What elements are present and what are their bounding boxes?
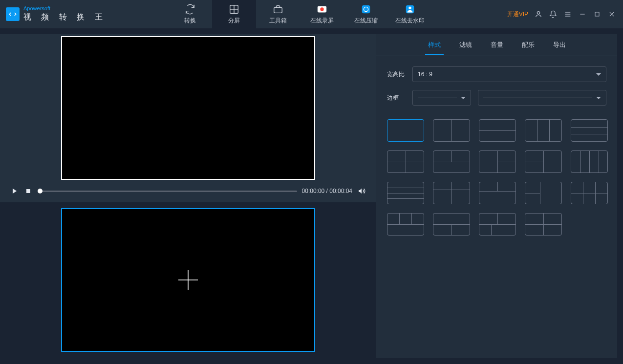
- layout-grid: [387, 119, 606, 236]
- layout-tl-grid[interactable]: [387, 213, 424, 236]
- svg-point-9: [408, 6, 411, 9]
- progress-bar[interactable]: [38, 191, 297, 192]
- layout-t-top[interactable]: [433, 150, 470, 173]
- layout-top-split[interactable]: [479, 182, 516, 204]
- layout-3h[interactable]: [571, 119, 608, 142]
- svg-rect-19: [26, 189, 30, 193]
- volume-button[interactable]: [357, 187, 366, 195]
- right-tab-export[interactable]: 导出: [553, 34, 566, 55]
- layout-left-stack[interactable]: [525, 182, 562, 204]
- right-tab-style[interactable]: 样式: [428, 34, 441, 55]
- maximize-button[interactable]: [593, 10, 602, 19]
- right-tab-filter[interactable]: 滤镜: [459, 34, 472, 55]
- stop-button[interactable]: [24, 187, 33, 195]
- close-button[interactable]: [607, 10, 616, 19]
- layout-t-right[interactable]: [525, 150, 562, 173]
- nav-tab-compress[interactable]: 在线压缩: [344, 0, 388, 28]
- chevron-down-icon: [596, 97, 601, 99]
- nav-tab-convert[interactable]: 转换: [168, 0, 212, 28]
- border-label: 边框: [387, 94, 406, 102]
- svg-marker-18: [13, 189, 17, 194]
- minimize-button[interactable]: [578, 10, 587, 19]
- layout-mixed-5b[interactable]: [525, 213, 562, 236]
- svg-rect-6: [362, 5, 370, 13]
- logo-title-text: 视 频 转 换 王: [23, 12, 107, 22]
- layout-4v[interactable]: [571, 150, 608, 173]
- chevron-down-icon: [461, 97, 466, 99]
- nav-tab-watermark[interactable]: 在线去水印: [388, 0, 432, 28]
- aspect-select[interactable]: 16 : 9: [412, 66, 606, 82]
- aspect-label: 宽高比: [387, 70, 406, 79]
- time-display: 00:00:00 / 00:00:04: [302, 188, 352, 194]
- layout-4h[interactable]: [387, 182, 424, 204]
- layout-2h[interactable]: [479, 119, 516, 142]
- right-tab-music[interactable]: 配乐: [522, 34, 535, 55]
- svg-rect-3: [274, 7, 282, 13]
- notification-icon[interactable]: [549, 10, 558, 19]
- layout-bottom-split[interactable]: [433, 213, 470, 236]
- plus-icon: [176, 268, 200, 292]
- play-button[interactable]: [10, 187, 19, 195]
- logo-brand-text: Apowersoft: [23, 6, 107, 11]
- layout-2v[interactable]: [433, 119, 470, 142]
- right-tab-volume[interactable]: 音量: [491, 34, 503, 55]
- aspect-value: 16 : 9: [418, 71, 432, 78]
- compress-icon: [361, 4, 371, 15]
- nav-tab-record[interactable]: 在线录屏: [300, 0, 344, 28]
- layout-2x2[interactable]: [387, 150, 424, 173]
- record-icon: [317, 4, 327, 15]
- layout-2x2-offset[interactable]: [433, 182, 470, 204]
- svg-point-5: [320, 7, 323, 11]
- border-thickness-select[interactable]: [412, 90, 471, 106]
- preview-container: 00:00:00 / 00:00:04: [0, 34, 376, 202]
- layout-3v[interactable]: [525, 119, 562, 142]
- app-logo: Apowersoft 视 频 转 换 王: [0, 0, 114, 28]
- chevron-down-icon: [596, 73, 601, 76]
- menu-icon[interactable]: [563, 10, 572, 19]
- border-color-select[interactable]: [478, 90, 606, 106]
- grid-icon: [229, 4, 239, 15]
- watermark-icon: [405, 4, 415, 15]
- layout-mixed-5a[interactable]: [479, 213, 516, 236]
- nav-tab-toolbox[interactable]: 工具箱: [256, 0, 300, 28]
- svg-marker-20: [359, 189, 362, 194]
- preview-video[interactable]: [61, 36, 315, 180]
- layout-single[interactable]: [387, 119, 424, 142]
- layout-2x3[interactable]: [571, 182, 608, 204]
- svg-point-10: [537, 12, 539, 14]
- line-preview-icon: [418, 98, 457, 98]
- refresh-icon: [185, 4, 195, 15]
- vip-link[interactable]: 开通VIP: [507, 10, 528, 19]
- add-video-slot[interactable]: [61, 208, 315, 352]
- progress-thumb[interactable]: [38, 189, 43, 193]
- user-icon[interactable]: [534, 10, 543, 19]
- logo-icon: [6, 7, 20, 21]
- layout-t-left[interactable]: [479, 150, 516, 173]
- nav-tab-split[interactable]: 分屏: [212, 0, 256, 28]
- toolbox-icon: [273, 4, 283, 15]
- line-preview-icon: [483, 98, 592, 98]
- svg-rect-15: [595, 12, 599, 16]
